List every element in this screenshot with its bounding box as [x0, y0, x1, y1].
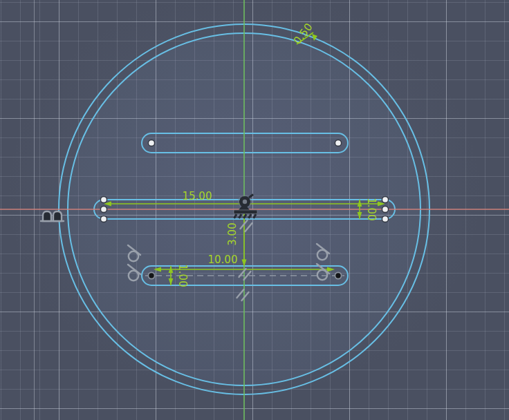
fix-icon-ring-hole — [243, 200, 247, 204]
sketch-point[interactable] — [382, 206, 388, 212]
sketch-point[interactable] — [148, 140, 154, 146]
dim-value[interactable]: 10.00 — [208, 254, 238, 266]
sketch-point[interactable] — [100, 206, 107, 212]
sketch-point-fixed[interactable] — [148, 272, 154, 278]
sketch-point[interactable] — [382, 216, 388, 222]
dim-value[interactable]: 1.00 — [176, 264, 189, 287]
equal-constraint-icon[interactable] — [41, 211, 64, 221]
dim-value[interactable]: 3.00 — [226, 222, 239, 245]
fix-icon-base — [234, 210, 257, 214]
sketch-viewport: 15.00 1.00 3.00 10.00 1.00 — [0, 0, 509, 420]
dim-ring-width[interactable]: 0.50 — [291, 21, 317, 46]
equal-icon-arch — [43, 211, 51, 221]
sketch-point[interactable] — [335, 140, 341, 146]
dim-value[interactable]: 15.00 — [183, 190, 212, 202]
sketch-point-fixed[interactable] — [335, 272, 341, 278]
sketch-point[interactable] — [100, 216, 107, 222]
equal-icon-arch — [53, 211, 62, 221]
sketch-point[interactable] — [382, 196, 388, 202]
dim-value[interactable]: 1.00 — [365, 198, 378, 220]
sketch-canvas[interactable]: 15.00 1.00 3.00 10.00 1.00 — [0, 0, 509, 420]
sketch-point[interactable] — [100, 196, 107, 202]
